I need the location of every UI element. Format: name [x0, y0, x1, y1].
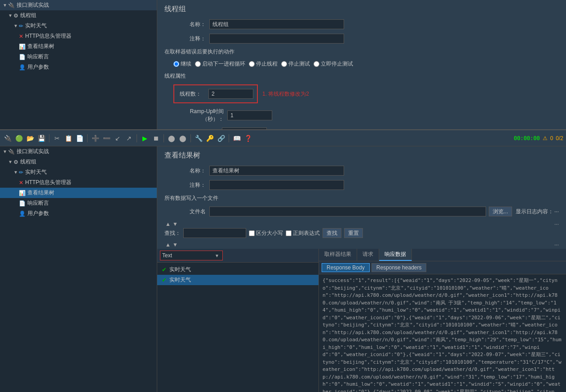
toolbar-btn-config1[interactable]: 🔧	[194, 133, 203, 143]
top-tree-item-weather[interactable]: ▼ ✏ 实时天气	[0, 21, 157, 31]
result-item-0[interactable]: ✔ 实时天气	[157, 264, 318, 275]
toolbar-btn-circle1[interactable]: ⬤	[167, 133, 177, 143]
result-item-1[interactable]: ✔ 实时天气	[157, 275, 318, 285]
toolbar-btn-paste[interactable]: 📄	[75, 133, 84, 143]
name-input[interactable]	[209, 19, 344, 29]
bottom-tree-item-assert[interactable]: 📄 响应断言	[0, 198, 157, 208]
user-icon: 👤	[19, 64, 26, 70]
top-pane: ▼ 🔌 接口测试实战 ▼ ⚙ 线程组 ▼ ✏ 实时天气 ✕ HTTP信息头管理器…	[0, 0, 566, 130]
top-tree-item-user[interactable]: 👤 用户参数	[0, 62, 157, 72]
bottom-section-title: 查看结果树	[164, 151, 559, 160]
toolbar-btn-stop[interactable]: ⏹	[151, 133, 161, 143]
bottom-tree-item-result[interactable]: 📊 查看结果树	[0, 188, 157, 198]
bottom-tree-item-root[interactable]: ▼ 🔌 接口测试实战	[0, 146, 157, 157]
radio-stop-test[interactable]: 停止测试	[281, 60, 310, 68]
arrow-row-2: ▲ ▼ ···	[164, 241, 559, 249]
expand-arrow-b2: ▼	[13, 170, 18, 175]
result-name-input[interactable]	[209, 166, 344, 176]
tab-request[interactable]: 请求	[357, 249, 379, 261]
response-body: {"success":"1","result":[{"weaid":"1","d…	[319, 274, 566, 392]
user-icon-b: 👤	[19, 211, 26, 217]
top-tree-item-thread-group[interactable]: ▼ ⚙ 线程组	[0, 10, 157, 21]
case-checkbox[interactable]: 区分大小写	[249, 229, 283, 237]
text-format-select[interactable]: Text JSON XML HTML	[160, 251, 223, 260]
forever-checkbox[interactable]: 永远	[200, 129, 218, 130]
regex-checkbox[interactable]: 正则表达式	[286, 229, 320, 237]
down-btn-2[interactable]: ▼	[172, 242, 179, 248]
toolbar-btn-circle2[interactable]: ⬤	[178, 133, 188, 143]
bottom-content-area: ▼ 🔌 接口测试实战 ▼ ⚙ 线程组 ▼ ✏ 实时天气 ✕ HTTP信息头管理器	[0, 146, 566, 392]
tree-label-b4: 查看结果树	[27, 189, 54, 197]
radio-stop-now[interactable]: 立即停止测试	[314, 60, 353, 68]
warning-icon: ⚠	[543, 135, 548, 141]
toolbar-btn-link[interactable]: 🔗	[216, 133, 226, 143]
tree-label-http: HTTP信息头管理器	[25, 32, 71, 40]
toolbar-btn-book[interactable]: 📖	[232, 133, 242, 143]
gear-icon: ⚙	[13, 13, 18, 19]
result-tree-items: ✔ 实时天气 ✔ 实时天气	[157, 263, 318, 392]
dropdown-wrapper: Text JSON XML HTML ▼	[160, 251, 221, 260]
expand-arrow-b0: ▼	[3, 149, 7, 154]
rampup-input[interactable]	[227, 110, 272, 120]
error-action-label: 在取样器错误后要执行的动作	[164, 48, 234, 56]
bottom-tree-item-user[interactable]: 👤 用户参数	[0, 208, 157, 219]
error-count: 0/2	[556, 135, 563, 141]
toolbar-btn-cut[interactable]: ✂	[52, 133, 62, 143]
radio-continue[interactable]: 继续	[173, 60, 191, 68]
loop-count-input[interactable]	[222, 128, 267, 129]
sep1	[49, 134, 49, 142]
x-icon-b: ✕	[19, 180, 23, 186]
top-tree-item-result[interactable]: 📊 查看结果树	[0, 41, 157, 52]
top-tree-item-assert[interactable]: 📄 响应断言	[0, 52, 157, 62]
radio-stop-thread[interactable]: 停止线程	[249, 60, 278, 68]
tab-sampler-result[interactable]: 取样器结果	[319, 249, 357, 261]
dots-2: ···	[554, 242, 559, 248]
toolbar-btn-remove[interactable]: ➖	[102, 133, 111, 143]
toolbar-btn-config2[interactable]: 🔑	[205, 133, 215, 143]
tree-label-b1: 线程组	[20, 158, 36, 166]
result-comment-row: 注释：	[164, 180, 559, 190]
search-input[interactable]	[183, 228, 246, 238]
radio-group-row: 继续 启动下一进程循环 停止线程 停止测试 立即停止测试	[173, 60, 559, 68]
doc-icon-b: 📄	[19, 200, 26, 207]
thread-count-input[interactable]	[208, 89, 253, 99]
toolbar-btn-open[interactable]: 📂	[25, 133, 35, 143]
toolbar-btn-add[interactable]: ➕	[90, 133, 100, 143]
thread-count-row: 线程数： 1. 将线程数修改为2	[173, 84, 559, 103]
name-label: 名称：	[164, 21, 209, 28]
toolbar-btn-copy[interactable]: 📋	[63, 133, 73, 143]
toolbar-btn-run[interactable]: ▶	[140, 133, 150, 143]
toolbar-btn-help[interactable]: ❓	[243, 133, 253, 143]
browse-button[interactable]: 浏览...	[489, 207, 512, 216]
expand-arrow-2: ▼	[8, 13, 13, 18]
sub-tab-response-body[interactable]: Response Body	[322, 263, 370, 272]
bottom-tree-item-weather[interactable]: ▼ ✏ 实时天气	[0, 167, 157, 177]
comment-input[interactable]	[209, 34, 344, 44]
dots-1: ···	[554, 221, 559, 227]
top-tree-item-root[interactable]: ▼ 🔌 接口测试实战	[0, 0, 157, 10]
result-comment-input[interactable]	[209, 180, 344, 190]
toolbar-btn-move-up[interactable]: ↙	[113, 133, 123, 143]
tab-response-data[interactable]: 响应数据	[379, 249, 412, 261]
thread-props-label: 线程属性	[164, 72, 186, 80]
pencil-icon: ✏	[19, 23, 23, 29]
up-btn-1[interactable]: ▲	[164, 221, 172, 227]
sub-tab-response-headers[interactable]: Response headers	[371, 263, 427, 272]
radio-next-loop[interactable]: 启动下一进程循环	[195, 60, 245, 68]
toolbar-btn-save[interactable]: 💾	[36, 133, 46, 143]
file-name-input[interactable]	[209, 207, 486, 216]
toolbar-btn-move-down[interactable]: ↗	[124, 133, 134, 143]
toolbar-btn-new[interactable]: 🟢	[14, 133, 24, 143]
up-btn-2[interactable]: ▲	[164, 242, 172, 248]
toolbar-btn-connect[interactable]: 🔌	[3, 133, 13, 143]
tree-label-b3: HTTP信息头管理器	[25, 179, 71, 186]
search-label: 查找：	[164, 229, 181, 237]
bottom-tree-item-http[interactable]: ✕ HTTP信息头管理器	[0, 177, 157, 188]
reset-button[interactable]: 重置	[344, 228, 363, 238]
down-btn-1[interactable]: ▼	[172, 221, 179, 227]
top-tree-item-http[interactable]: ✕ HTTP信息头管理器	[0, 31, 157, 41]
find-button[interactable]: 查找	[323, 228, 341, 238]
top-sidebar: ▼ 🔌 接口测试实战 ▼ ⚙ 线程组 ▼ ✏ 实时天气 ✕ HTTP信息头管理器…	[0, 0, 157, 129]
bottom-tree-item-thread[interactable]: ▼ ⚙ 线程组	[0, 157, 157, 167]
expand-arrow-3: ▼	[13, 23, 18, 28]
